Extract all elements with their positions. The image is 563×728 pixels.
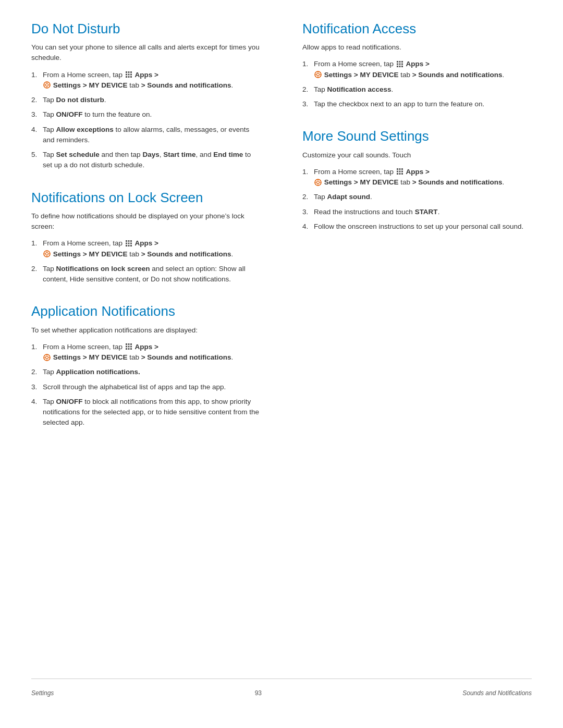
section-do-not-disturb: Do Not Disturb You can set your phone to… <box>31 21 261 171</box>
apps-icon <box>125 240 132 247</box>
step-content: Tap Do not disturb. <box>43 95 261 105</box>
list-item: 2. Tap Do not disturb. <box>31 95 261 105</box>
step-number: 2. <box>302 192 314 202</box>
svg-rect-67 <box>399 173 400 175</box>
step-number: 1. <box>302 59 314 69</box>
step-content: Tap Adapt sound. <box>314 192 532 202</box>
application-notifications-title: Application Notifications <box>31 303 261 319</box>
list-item: 3. Read the instructions and touch START… <box>302 207 532 217</box>
page-footer: Settings 93 Sounds and Notifications <box>31 678 532 697</box>
svg-rect-49 <box>399 63 400 65</box>
svg-rect-21 <box>126 245 127 246</box>
list-item: 4. Tap ON/OFF to block all notifications… <box>31 397 261 428</box>
svg-point-70 <box>317 181 320 183</box>
svg-rect-5 <box>130 74 132 76</box>
svg-rect-47 <box>401 61 403 63</box>
apps-icon <box>396 60 403 68</box>
step-content: Tap ON/OFF to block all notifications fr… <box>43 397 261 428</box>
step-content: Follow the onscreen instructions to set … <box>314 221 532 232</box>
settings-icon <box>314 179 322 186</box>
apps-icon <box>125 71 132 78</box>
right-column: Notification Access Allow apps to read n… <box>282 21 532 678</box>
svg-rect-38 <box>130 348 132 350</box>
application-notifications-steps: 1. From a Home screen, tap Apps > Settin… <box>31 342 261 428</box>
step-content: From a Home screen, tap Apps > Settings … <box>43 70 261 91</box>
step-content: Tap Notification access. <box>314 84 532 95</box>
svg-rect-6 <box>126 76 127 78</box>
step-content: Tap Allow exceptions to allow alarms, ca… <box>43 125 261 146</box>
step-number: 3. <box>302 99 314 109</box>
svg-rect-68 <box>401 173 403 175</box>
svg-rect-18 <box>126 242 127 244</box>
notifications-lock-screen-title: Notifications on Lock Screen <box>31 190 261 206</box>
step-content: From a Home screen, tap Apps > Settings … <box>43 238 261 260</box>
list-item: 1. From a Home screen, tap Apps > Settin… <box>31 342 261 363</box>
svg-rect-22 <box>128 245 129 246</box>
step-number: 2. <box>31 367 43 377</box>
step-content: From a Home screen, tap Apps > Settings … <box>43 342 261 363</box>
list-item: 1. From a Home screen, tap Apps > Settin… <box>302 59 532 80</box>
list-item: 1. From a Home screen, tap Apps > Settin… <box>302 167 532 188</box>
svg-rect-20 <box>130 242 132 244</box>
step-content: Tap Notifications on lock screen and sel… <box>43 264 261 285</box>
do-not-disturb-intro: You can set your phone to silence all ca… <box>31 42 261 64</box>
apps-icon <box>125 343 132 350</box>
section-more-sound-settings: More Sound Settings Customize your call … <box>302 128 532 232</box>
more-sound-settings-title: More Sound Settings <box>302 128 532 144</box>
svg-point-25 <box>46 253 48 255</box>
page: Do Not Disturb You can set your phone to… <box>0 0 563 728</box>
step-number: 3. <box>302 207 314 217</box>
svg-rect-32 <box>130 343 132 345</box>
notifications-lock-screen-steps: 1. From a Home screen, tap Apps > Settin… <box>31 238 261 285</box>
svg-rect-35 <box>130 346 132 348</box>
settings-icon <box>43 354 51 361</box>
svg-rect-16 <box>128 240 129 242</box>
step-content: Read the instructions and touch START. <box>314 207 532 217</box>
section-notifications-lock-screen: Notifications on Lock Screen To define h… <box>31 190 261 285</box>
step-content: Tap ON/OFF to turn the feature on. <box>43 109 261 120</box>
notifications-lock-screen-intro: To define how notifications should be di… <box>31 211 261 232</box>
step-number: 3. <box>31 382 43 392</box>
svg-rect-64 <box>399 171 400 172</box>
section-application-notifications: Application Notifications To set whether… <box>31 303 261 428</box>
svg-rect-66 <box>397 173 398 175</box>
svg-point-55 <box>317 73 320 76</box>
svg-rect-0 <box>126 71 127 73</box>
step-content: Tap Set schedule and then tap Days, Star… <box>43 150 261 171</box>
svg-rect-8 <box>130 76 132 78</box>
svg-rect-4 <box>128 74 129 76</box>
svg-rect-7 <box>128 76 129 78</box>
list-item: 3. Tap the checkbox next to an app to tu… <box>302 99 532 109</box>
settings-icon <box>43 81 51 89</box>
svg-rect-23 <box>130 245 132 246</box>
svg-rect-2 <box>130 71 132 73</box>
settings-icon <box>314 71 322 78</box>
svg-rect-30 <box>126 343 127 345</box>
step-content: From a Home screen, tap Apps > Settings … <box>314 167 532 188</box>
list-item: 2. Tap Notification access. <box>302 84 532 95</box>
svg-rect-48 <box>397 63 398 65</box>
section-notification-access: Notification Access Allow apps to read n… <box>302 21 532 109</box>
settings-icon <box>43 250 51 257</box>
list-item: 3. Scroll through the alphabetical list … <box>31 382 261 392</box>
step-number: 1. <box>31 238 43 249</box>
list-item: 2. Tap Notifications on lock screen and … <box>31 264 261 285</box>
step-number: 4. <box>302 221 314 232</box>
step-content: From a Home screen, tap Apps > Settings … <box>314 59 532 80</box>
notification-access-steps: 1. From a Home screen, tap Apps > Settin… <box>302 59 532 109</box>
svg-point-40 <box>46 356 48 359</box>
svg-rect-63 <box>397 171 398 172</box>
notification-access-intro: Allow apps to read notifications. <box>302 42 532 53</box>
svg-rect-34 <box>128 346 129 348</box>
footer-right: Sounds and Notifications <box>462 689 532 697</box>
list-item: 3. Tap ON/OFF to turn the feature on. <box>31 109 261 120</box>
svg-rect-60 <box>397 168 398 170</box>
svg-point-10 <box>46 84 48 87</box>
step-number: 3. <box>31 109 43 120</box>
footer-page-number: 93 <box>255 689 262 697</box>
svg-rect-52 <box>399 66 400 67</box>
list-item: 4. Follow the onscreen instructions to s… <box>302 221 532 232</box>
content-area: Do Not Disturb You can set your phone to… <box>31 21 532 678</box>
step-number: 5. <box>31 150 43 160</box>
notification-access-title: Notification Access <box>302 21 532 37</box>
